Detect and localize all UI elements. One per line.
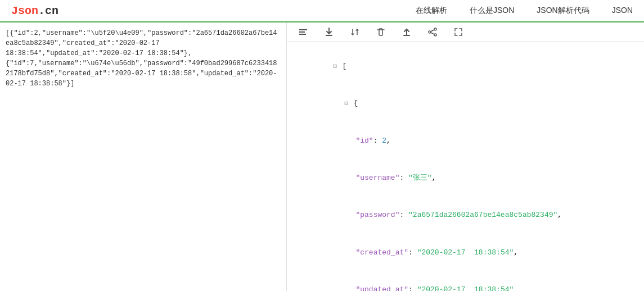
nav-item-what-is-json[interactable]: 什么是JSON — [470, 6, 514, 16]
item1-id: "id": 2, — [298, 122, 638, 160]
download-button[interactable] — [322, 26, 336, 38]
item1-created-at: "created_at": "2020-02-17 18:38:54", — [298, 234, 638, 271]
svg-point-7 — [434, 34, 436, 36]
item1-password-value: "2a6571da26602a67be14ea8c5ab82349" — [408, 211, 557, 219]
item1-bracket-open: { — [353, 99, 358, 107]
svg-rect-4 — [403, 35, 410, 36]
comma4: , — [514, 248, 518, 257]
svg-rect-3 — [326, 35, 332, 36]
fullscreen-button[interactable] — [451, 26, 466, 38]
nav: 在线解析 什么是JSON JSON解析代码 JSON — [416, 6, 633, 16]
logo: Json.cn — [11, 4, 58, 17]
nav-item-parse[interactable]: 在线解析 — [416, 6, 447, 16]
raw-json-input[interactable]: [{"id":2,"username":"\u5f20\u4e09","pass… — [6, 28, 281, 285]
outer-bracket-open: [ — [342, 62, 346, 70]
item1-updated-at-value: "2020-02-17 18:38:54" — [417, 285, 514, 291]
item1-username-key: "username" — [355, 174, 399, 182]
collapse-icon-1[interactable]: ⊟ — [344, 98, 352, 109]
comma3: , — [557, 211, 562, 219]
svg-rect-0 — [299, 29, 307, 30]
item1-password: "password": "2a6571da26602a67be14ea8c5ab… — [298, 197, 638, 234]
comma2: , — [432, 174, 436, 182]
colon1: : — [373, 137, 382, 145]
share-button[interactable] — [425, 26, 440, 38]
colon2: : — [399, 174, 408, 182]
colon3: : — [399, 211, 408, 219]
svg-point-6 — [429, 31, 431, 33]
sort-button[interactable] — [348, 26, 362, 38]
svg-rect-1 — [299, 31, 305, 33]
item1-created-at-value: "2020-02-17 18:38:54" — [417, 248, 514, 257]
comma1: , — [386, 137, 391, 145]
item1-password-key: "password" — [355, 211, 399, 219]
svg-point-5 — [434, 28, 436, 30]
item1-collapse[interactable]: ⊟{ — [298, 85, 638, 122]
left-panel: [{"id":2,"username":"\u5f20\u4e09","pass… — [0, 22, 287, 291]
upload-button[interactable] — [399, 26, 414, 38]
item1-updated-at-key: "updated_at" — [355, 285, 408, 291]
item1-id-value: 2 — [382, 137, 386, 145]
main-content: [{"id":2,"username":"\u5f20\u4e09","pass… — [0, 22, 644, 291]
right-panel: ⊟[ ⊟{ "id": 2, "username": "张三", "passwo… — [287, 22, 644, 291]
svg-rect-2 — [299, 34, 306, 35]
format-button[interactable] — [296, 26, 310, 38]
json-viewer: ⊟[ ⊟{ "id": 2, "username": "张三", "passwo… — [287, 42, 644, 291]
nav-item-decode[interactable]: JSON解析代码 — [537, 6, 589, 16]
item1-username: "username": "张三", — [298, 160, 638, 197]
colon4: : — [408, 248, 417, 257]
toolbar — [287, 22, 644, 42]
nav-item-json[interactable]: JSON — [612, 6, 633, 16]
outer-collapse[interactable]: ⊟[ — [298, 48, 638, 85]
header: Json.cn 在线解析 什么是JSON JSON解析代码 JSON — [0, 0, 644, 22]
item1-id-key: "id" — [355, 137, 373, 145]
delete-button[interactable] — [373, 26, 388, 38]
collapse-icon-outer[interactable]: ⊟ — [333, 61, 341, 72]
item1-created-at-key: "created_at" — [355, 248, 408, 257]
logo-cn: .cn — [38, 4, 58, 17]
colon5: : — [408, 285, 417, 291]
logo-json: Json — [11, 4, 38, 17]
item1-updated-at: "updated_at": "2020-02-17 18:38:54" — [298, 271, 638, 291]
item1-username-value: "张三" — [408, 174, 432, 182]
